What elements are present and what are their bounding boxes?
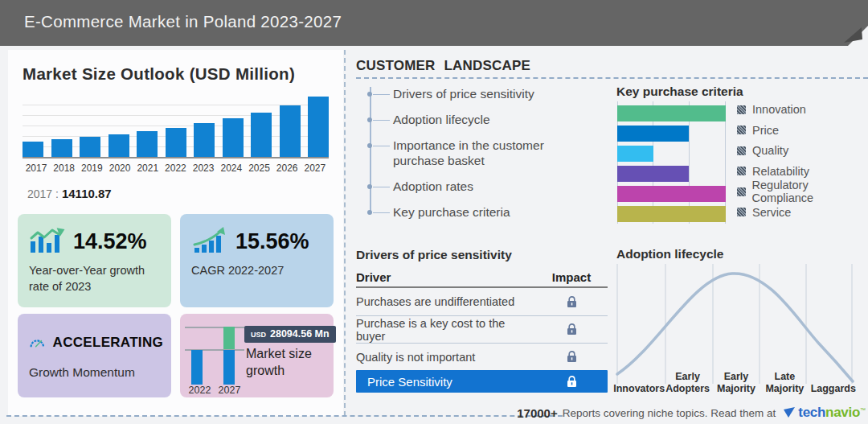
legend-marker-icon bbox=[737, 126, 746, 134]
market-bar-2021 bbox=[137, 131, 158, 157]
legend-marker-icon bbox=[737, 167, 746, 175]
lock-icon bbox=[535, 323, 608, 335]
lock-icon bbox=[535, 351, 608, 363]
heading-dashed-underline bbox=[356, 77, 868, 79]
drivers-rows: Purchases are undifferentiatedPurchase i… bbox=[356, 288, 608, 370]
landscape-item-3: Importance in the customer purchase bask… bbox=[356, 138, 559, 168]
legend-marker-icon bbox=[737, 187, 746, 196]
cagr-value: 15.56% bbox=[235, 229, 309, 254]
footer-dashed-line bbox=[6, 415, 563, 417]
driver-label: Purchase is a key cost to the buyer bbox=[356, 317, 535, 343]
customer-landscape-title: CUSTOMER LANDSCAPE bbox=[356, 58, 530, 74]
lock-icon bbox=[535, 376, 608, 388]
lock-icon bbox=[535, 296, 608, 308]
market-bar-2019 bbox=[80, 137, 100, 157]
landscape-item-1: Drivers of price sensitivity bbox=[356, 86, 559, 101]
x-tick-2023: 2023 bbox=[190, 163, 217, 174]
legend-label: Regulatory Compliance bbox=[752, 179, 868, 204]
technavio-logo[interactable]: technavio™ bbox=[784, 405, 866, 421]
mini-gridline-top bbox=[185, 327, 244, 328]
legend-item-innovation: Innovation bbox=[737, 104, 868, 115]
kpc-bar-quality bbox=[617, 146, 653, 162]
legend-label: Price bbox=[752, 124, 779, 137]
mini-chart-years: 2022 2027 bbox=[185, 385, 244, 396]
x-tick-2026: 2026 bbox=[273, 163, 301, 174]
mini-bar-2027-growth bbox=[223, 327, 235, 349]
market-bar-2023 bbox=[194, 123, 215, 157]
market-size-xlabels: 2017201820192020202120222023202420252026… bbox=[23, 163, 329, 174]
lifecycle-label-early-adopters: Early Adopters bbox=[663, 364, 711, 394]
lifecycle-labels: InnovatorsEarly AdoptersEarly MajorityLa… bbox=[615, 364, 858, 394]
kpc-bar-price bbox=[617, 126, 689, 142]
brand-part1: tech bbox=[798, 405, 825, 420]
mini-bar-2027-base bbox=[223, 350, 235, 385]
base-year-number: 14110.87 bbox=[62, 187, 112, 200]
mini-year-2022: 2022 bbox=[185, 385, 215, 396]
legend-marker-icon bbox=[737, 208, 746, 216]
header-bar: E-Commerce Market in Poland 2023-2027 bbox=[0, 0, 868, 46]
market-size-panel: Market Size Outlook (USD Million) 201720… bbox=[8, 50, 343, 416]
page-fold-corner bbox=[836, 14, 868, 46]
x-tick-2018: 2018 bbox=[51, 163, 78, 174]
customer-landscape-list: Drivers of price sensitivityAdoption lif… bbox=[356, 80, 559, 220]
market-bar-2020 bbox=[108, 134, 129, 157]
growth-momentum-card: ACCELERATING Growth Momentum bbox=[18, 314, 171, 397]
legend-item-regulatory-compliance: Regulatory Compliance bbox=[737, 186, 868, 197]
driver-label: Purchases are undifferentiated bbox=[356, 295, 535, 308]
driver-column-header: Driver bbox=[356, 270, 535, 284]
market-size-title: Market Size Outlook (USD Million) bbox=[23, 64, 295, 84]
page-title: E-Commerce Market in Poland 2023-2027 bbox=[24, 12, 342, 31]
mini-year-2027: 2027 bbox=[215, 385, 244, 396]
yoy-value: 14.52% bbox=[73, 229, 147, 254]
x-tick-2022: 2022 bbox=[162, 163, 189, 174]
legend-label: Quality bbox=[752, 144, 788, 157]
market-bar-2026 bbox=[280, 105, 301, 157]
kpc-bars bbox=[617, 105, 726, 222]
legend-label: Innovation bbox=[752, 103, 806, 116]
market-size-chart bbox=[23, 95, 329, 158]
yoy-label: Year-over-Year growth rate of 2023 bbox=[29, 263, 162, 294]
yoy-growth-card: 14.52% Year-over-Year growth rate of 202… bbox=[18, 214, 171, 307]
kpc-bar-relatability bbox=[617, 166, 689, 182]
footer: 17000+ Reports covering niche topics. Re… bbox=[517, 405, 866, 421]
mini-bar-2022 bbox=[191, 350, 203, 385]
legend-item-relatability: Relatability bbox=[737, 166, 868, 177]
legend-label: Relatability bbox=[752, 165, 809, 178]
market-bar-2025 bbox=[251, 113, 272, 157]
key-purchase-criteria-title: Key purchase criteria bbox=[616, 84, 743, 99]
impact-column-header: Impact bbox=[535, 270, 608, 284]
drivers-table-header: Driver Impact bbox=[356, 267, 608, 288]
market-growth-label: Market size growth bbox=[246, 346, 334, 380]
currency-label: USD bbox=[251, 331, 266, 339]
momentum-label: Growth Momentum bbox=[29, 365, 163, 380]
lifecycle-label-late-majority: Late Majority bbox=[760, 364, 809, 394]
market-growth-mini-chart bbox=[185, 327, 244, 385]
market-bar-2027 bbox=[308, 97, 329, 157]
x-tick-2017: 2017 bbox=[23, 163, 50, 174]
lifecycle-label-early-majority: Early Majority bbox=[712, 364, 760, 394]
cagr-label: CAGR 2022-2027 bbox=[191, 263, 324, 279]
driver-row-1: Purchases are undifferentiated bbox=[356, 288, 608, 315]
adoption-lifecycle-title: Adoption lifecycle bbox=[616, 247, 724, 261]
kpc-legend: InnovationPriceQualityRelatabilityRegula… bbox=[737, 104, 868, 227]
lifecycle-label-innovators: Innovators bbox=[615, 364, 663, 394]
highlighted-driver-label: Price Sensitivity bbox=[356, 375, 535, 389]
market-bar-2024 bbox=[223, 118, 244, 157]
kpc-bar-service bbox=[617, 206, 726, 222]
momentum-value: ACCELERATING bbox=[53, 335, 163, 351]
amount-value: 28094.56 Mn bbox=[270, 328, 330, 340]
x-tick-2020: 2020 bbox=[106, 163, 133, 174]
x-tick-2021: 2021 bbox=[134, 163, 162, 174]
legend-item-service: Service bbox=[737, 207, 868, 218]
brand-part2: navio bbox=[825, 405, 860, 420]
footer-text: Reports covering niche topics. Read them… bbox=[563, 407, 776, 419]
cagr-card: 15.56% CAGR 2022-2027 bbox=[180, 214, 334, 307]
market-bar-2017 bbox=[23, 142, 43, 157]
lifecycle-label-laggards: Laggards bbox=[809, 364, 858, 394]
drivers-title: Drivers of price sensitivity bbox=[356, 248, 512, 262]
base-year-value: 2017 :14110.87 bbox=[27, 187, 112, 200]
market-bar-2018 bbox=[51, 139, 72, 157]
landscape-item-5: Key purchase criteria bbox=[356, 204, 559, 220]
report-count: 17000+ bbox=[517, 406, 557, 420]
vertical-dashed-divider bbox=[344, 50, 346, 416]
